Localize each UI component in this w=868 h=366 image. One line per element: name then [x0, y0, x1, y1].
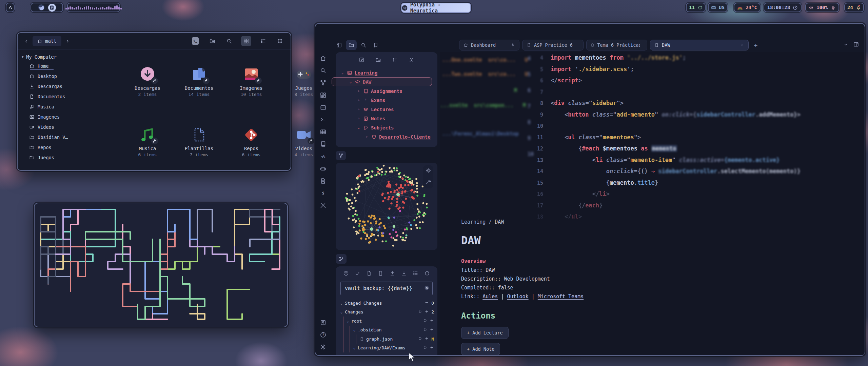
graph-filter-button[interactable] [425, 179, 431, 186]
tree-item-lectures[interactable]: ›Lectures [340, 105, 434, 114]
git-plus-action[interactable] [425, 336, 429, 342]
tree-item-learning[interactable]: ⌄Learning [340, 68, 434, 77]
sidebar-item-desktop[interactable]: Desktop [18, 71, 80, 81]
graph-panel-tab[interactable] [336, 151, 346, 160]
git-row-changes[interactable]: ⌄Changes2 [340, 308, 437, 317]
git-row--obsidian[interactable]: ⌄.obsidian [340, 326, 437, 335]
sidebar-item-repos[interactable]: Repos [18, 142, 80, 152]
git-plus-action[interactable] [430, 327, 434, 333]
action-button--add-note[interactable]: + Add Note [461, 343, 500, 355]
toolbar-button-list-view[interactable] [258, 36, 268, 46]
tab-close-button[interactable] [740, 42, 744, 48]
breadcrumb[interactable]: matt [33, 36, 61, 46]
ribbon-calendar-button[interactable] [320, 104, 327, 111]
git-undo-action[interactable] [418, 309, 422, 315]
git-row-graph-json[interactable]: graph.jsonM [340, 334, 437, 344]
explorer-collapse-button[interactable] [409, 57, 414, 64]
tab-list-dropdown[interactable] [843, 42, 848, 48]
git-plus-action[interactable] [430, 318, 434, 324]
sidebar-item-documentos[interactable]: Documentos [18, 92, 80, 102]
tree-item-notes[interactable]: ›Notes [340, 114, 434, 123]
now-playing-widget[interactable]: Polyphia - Neurotica [401, 3, 471, 13]
git-plus-action[interactable] [425, 309, 429, 315]
git-undo-action[interactable] [423, 345, 427, 351]
note-link-aules[interactable]: Aules [482, 293, 498, 300]
tab-dashboard[interactable]: Dashboard [459, 40, 519, 50]
tree-item-exams[interactable]: ›!Exams [340, 96, 434, 105]
forward-button[interactable] [63, 37, 72, 45]
git-undo-action[interactable] [423, 327, 427, 333]
toolbar-button-search[interactable] [224, 36, 234, 46]
explorer-new-note-button[interactable] [359, 57, 364, 64]
ribbon-layout-button[interactable] [320, 92, 327, 99]
ribbon-help-button[interactable]: ? [320, 331, 327, 339]
ribbon-search-button[interactable] [320, 67, 327, 75]
strip-search-button[interactable] [358, 40, 369, 50]
ribbon-file-search-button[interactable] [320, 178, 327, 185]
sidebar-item-obsidianv[interactable]: Obsidian V… [18, 132, 80, 142]
git-refresh-button[interactable] [424, 270, 430, 278]
sidebar-item-home[interactable]: Home [18, 61, 80, 71]
strip-sidebar-toggle-button[interactable] [334, 40, 344, 50]
toolbar-button-grid-view[interactable] [241, 36, 251, 46]
git-backup-commit-button[interactable] [343, 270, 349, 278]
git-plus-action[interactable] [430, 345, 434, 351]
toolbar-button-new-folder[interactable] [207, 36, 217, 46]
strip-bookmark-button[interactable] [370, 40, 381, 50]
tab-daw[interactable]: DAW [650, 40, 749, 50]
file-manager-window[interactable]: matt$_ ▼My ComputerHomeDesktopDescargasD… [17, 32, 291, 171]
widget-weather[interactable]: 24°C [734, 3, 761, 12]
launcher-button[interactable] [6, 3, 15, 12]
sidebar-item-videos[interactable]: Videos [18, 122, 80, 132]
explorer-new-folder-button[interactable] [375, 57, 381, 64]
code-editor-view[interactable]: 4import mementoes from '../../store.js';… [440, 52, 865, 228]
clear-message-button[interactable] [424, 285, 430, 292]
toolbar-button-compact-view[interactable] [275, 36, 285, 46]
tab-asp-practice-6[interactable]: ASP Practice 6 [522, 40, 584, 50]
tree-item-daw[interactable]: ⌄DAW [340, 77, 434, 86]
graph-settings-button[interactable] [425, 167, 431, 175]
ribbon-tools-button[interactable] [320, 202, 327, 209]
git-minus-action[interactable] [425, 300, 429, 306]
strip-folder-button[interactable] [346, 40, 357, 50]
git-pull-button[interactable] [401, 270, 407, 278]
breadcrumb-segment[interactable]: Learning [461, 219, 486, 225]
pipes-terminal-window[interactable] [34, 203, 288, 327]
sidebar-item-juegos[interactable]: Juegos [18, 152, 80, 163]
ribbon-book-button[interactable] [320, 141, 327, 148]
git-commit-button[interactable] [355, 270, 360, 278]
ribbon-home-button[interactable] [320, 55, 327, 62]
obsidian-window[interactable]: <%$? DashboardASP Practice 6Tema 6 Práct… [315, 23, 865, 356]
explorer-sort-button[interactable] [392, 57, 398, 64]
back-button[interactable] [22, 37, 31, 45]
git-row-learning-daw-exams[interactable]: ⌄Learning/DAW/Exams [340, 344, 437, 353]
git-unstage-all-button[interactable] [378, 270, 383, 278]
widget-updates[interactable]: 11 [686, 3, 706, 12]
sidebar-item-musica[interactable]: Musica [18, 102, 80, 112]
note-link-outlook[interactable]: Outlook [507, 293, 528, 300]
git-push-button[interactable] [390, 270, 395, 278]
tree-item-subjects[interactable]: ⌄Subjects [340, 123, 434, 132]
tree-item-assignments[interactable]: ›Assignments [340, 86, 434, 96]
sidebar-root[interactable]: ▼My Computer [18, 49, 80, 61]
right-sidebar-toggle[interactable] [853, 41, 859, 49]
new-tab-button[interactable]: + [751, 42, 760, 49]
tab-tema-6-pr-cticas-[interactable]: Tema 6 Prácticas -… [586, 40, 647, 50]
git-row-staged-changes[interactable]: ⌄Staged Changes0 [340, 299, 437, 308]
commit-message-input[interactable] [344, 285, 424, 292]
tree-item-desarrollo-cliente[interactable]: ›Desarrollo-Cliente [340, 132, 434, 141]
ribbon-terminal-button[interactable] [320, 116, 327, 124]
git-change-list-button[interactable] [413, 270, 418, 278]
ribbon-dollar-button[interactable]: $ [320, 190, 327, 197]
firefox-icon[interactable] [38, 4, 45, 11]
git-panel-tab[interactable] [336, 254, 347, 264]
document-app-active[interactable] [48, 4, 56, 12]
ribbon-code-percent-button[interactable]: <% [320, 153, 327, 161]
sidebar-item-descargas[interactable]: Descargas [18, 81, 80, 92]
ribbon-gamepad-button[interactable] [320, 165, 327, 173]
git-row-root[interactable]: ⌄root [340, 317, 437, 326]
sidebar-item-imagenes[interactable]: Imagenes [18, 112, 80, 122]
git-stage-all-button[interactable] [366, 270, 372, 278]
toolbar-button-terminal[interactable]: $_ [190, 36, 200, 46]
widget-clock[interactable]: 18:08:28 [764, 3, 802, 12]
